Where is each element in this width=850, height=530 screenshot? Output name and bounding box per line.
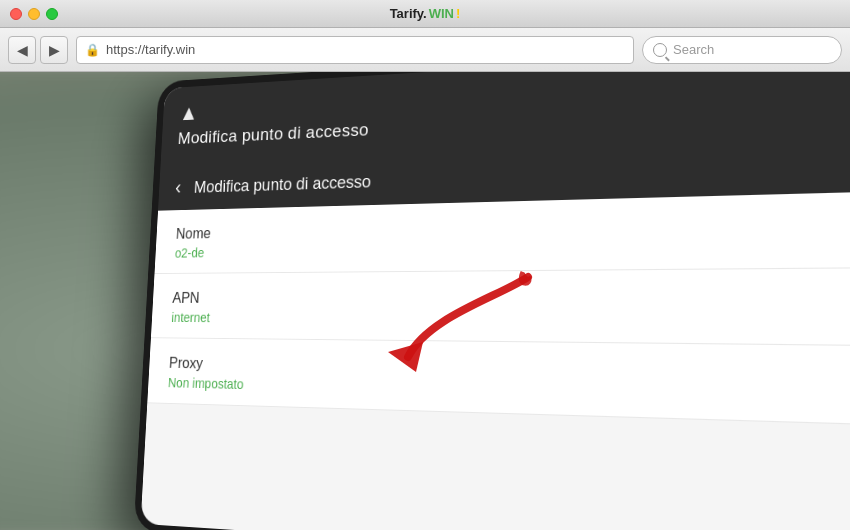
warning-icon: ▲: [179, 100, 199, 126]
lock-icon: 🔒: [85, 43, 100, 57]
search-bar[interactable]: Search: [642, 36, 842, 64]
browser-toolbar: ◀ ▶ 🔒 https://tarify.win Search: [0, 28, 850, 72]
address-bar[interactable]: 🔒 https://tarify.win: [76, 36, 634, 64]
brand-exclaim: !: [456, 6, 460, 21]
content-area: ▲ Modifica punto di accesso ‹ Modifica p…: [0, 72, 850, 530]
window-title: Tarify.WIN!: [390, 6, 461, 21]
setting-apn-value: internet: [171, 310, 850, 330]
phone-frame: ▲ Modifica punto di accesso ‹ Modifica p…: [134, 72, 850, 530]
brand-win: WIN: [429, 6, 454, 21]
back-button[interactable]: ◀: [8, 36, 36, 64]
minimize-button[interactable]: [28, 8, 40, 20]
close-button[interactable]: [10, 8, 22, 20]
back-title-text: Modifica punto di accesso: [194, 172, 372, 197]
setting-apn[interactable]: APN internet: [151, 268, 850, 347]
search-icon: [653, 43, 667, 57]
setting-apn-label: APN: [172, 288, 850, 308]
forward-button[interactable]: ▶: [40, 36, 68, 64]
maximize-button[interactable]: [46, 8, 58, 20]
traffic-lights: [10, 8, 58, 20]
setting-proxy[interactable]: Proxy Non impostato: [147, 338, 850, 427]
search-placeholder: Search: [673, 42, 714, 57]
settings-list: Nome o2-de APN internet Proxy Non impost…: [147, 190, 850, 427]
brand-name: Tarify.: [390, 6, 427, 21]
title-bar: Tarify.WIN!: [0, 0, 850, 28]
back-arrow-icon[interactable]: ‹: [175, 176, 182, 199]
phone-screen: ▲ Modifica punto di accesso ‹ Modifica p…: [141, 72, 850, 530]
nav-buttons: ◀ ▶: [8, 36, 68, 64]
url-text: https://tarify.win: [106, 42, 195, 57]
